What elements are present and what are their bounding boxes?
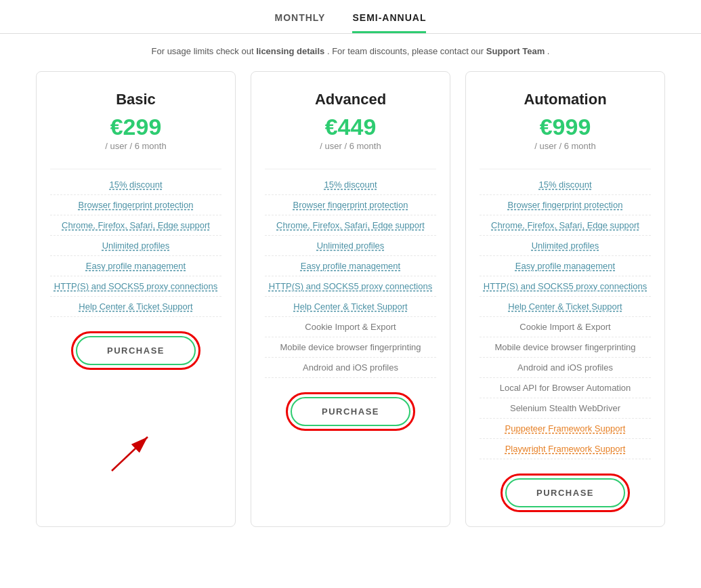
feature-item: Mobile device browser fingerprinting (480, 337, 651, 358)
purchase-button-automation[interactable]: PURCHASE (505, 478, 625, 507)
feature-item: Chrome, Firefox, Safari, Edge support (480, 215, 651, 236)
feature-list-basic: 15% discountBrowser fingerprint protecti… (50, 175, 221, 317)
plan-price-automation: €999 (540, 115, 591, 138)
feature-item: Playwright Framework Support (480, 439, 651, 459)
purchase-wrapper-advanced: PURCHASE (291, 397, 410, 426)
feature-item: Unlimited profiles (50, 236, 221, 256)
plans-container: Basic€299/ user / 6 month15% discountBro… (0, 71, 701, 554)
tab-semi-annual[interactable]: SEMI-ANNUAL (352, 12, 426, 33)
plan-period-advanced: / user / 6 month (320, 141, 381, 151)
feature-list-advanced: 15% discountBrowser fingerprint protecti… (265, 175, 436, 378)
purchase-wrapper-automation: PURCHASE (505, 478, 625, 507)
feature-item: 15% discount (480, 175, 651, 195)
info-text: For usage limits check out (152, 46, 257, 56)
plan-card-advanced: Advanced€449/ user / 6 month15% discount… (251, 71, 450, 527)
feature-item: HTTP(S) and SOCKS5 proxy connections (480, 276, 651, 297)
plan-period-basic: / user / 6 month (105, 141, 166, 151)
info-end: . (547, 46, 550, 56)
plan-card-basic: Basic€299/ user / 6 month15% discountBro… (36, 71, 236, 527)
info-middle: . For team discounts, please contact our (327, 46, 486, 56)
feature-item: 15% discount (265, 175, 436, 195)
feature-item: Browser fingerprint protection (480, 195, 651, 215)
plan-divider-automation (480, 169, 651, 169)
feature-item: HTTP(S) and SOCKS5 proxy connections (50, 276, 221, 297)
feature-item: Puppeteer Framework Support (480, 419, 651, 439)
feature-item: Chrome, Firefox, Safari, Edge support (50, 215, 221, 236)
feature-item: Easy profile management (480, 256, 651, 276)
feature-item: HTTP(S) and SOCKS5 proxy connections (265, 276, 436, 297)
purchase-button-basic[interactable]: PURCHASE (76, 336, 196, 365)
plan-name-basic: Basic (116, 91, 156, 108)
plan-price-basic: €299 (110, 115, 162, 138)
tab-monthly[interactable]: MONTHLY (275, 12, 326, 33)
plan-price-advanced: €449 (325, 115, 377, 138)
purchase-button-advanced[interactable]: PURCHASE (291, 397, 410, 426)
feature-list-automation: 15% discountBrowser fingerprint protecti… (480, 175, 651, 459)
feature-item: Mobile device browser fingerprinting (265, 337, 436, 358)
support-link[interactable]: Support Team (486, 46, 545, 56)
plan-divider-advanced (265, 169, 436, 169)
feature-item: Local API for Browser Automation (480, 378, 651, 398)
feature-item: Cookie Import & Export (265, 317, 436, 337)
licensing-link[interactable]: licensing details (256, 46, 324, 56)
billing-tabs: MONTHLY SEMI-ANNUAL (0, 0, 701, 34)
plan-name-advanced: Advanced (315, 91, 386, 108)
feature-item: Browser fingerprint protection (50, 195, 221, 215)
feature-item: Easy profile management (265, 256, 436, 276)
feature-item: Help Center & Ticket Support (480, 297, 651, 317)
plan-period-automation: / user / 6 month (534, 141, 595, 151)
feature-item: Browser fingerprint protection (265, 195, 436, 215)
feature-item: Selenium Stealth WebDriver (480, 398, 651, 419)
feature-item: Unlimited profiles (265, 236, 436, 256)
feature-item: Unlimited profiles (480, 236, 651, 256)
feature-item: Cookie Import & Export (480, 317, 651, 337)
plan-name-automation: Automation (524, 91, 606, 108)
feature-item: Android and iOS profiles (265, 358, 436, 378)
feature-item: Android and iOS profiles (480, 358, 651, 378)
info-bar: For usage limits check out licensing det… (0, 46, 701, 56)
feature-item: Easy profile management (50, 256, 221, 276)
purchase-wrapper-basic: PURCHASE (76, 336, 196, 365)
feature-item: Chrome, Firefox, Safari, Edge support (265, 215, 436, 236)
plan-card-automation: Automation€999/ user / 6 month15% discou… (465, 71, 665, 527)
feature-item: 15% discount (50, 175, 221, 195)
feature-item: Help Center & Ticket Support (265, 297, 436, 317)
plans-wrapper: Basic€299/ user / 6 month15% discountBro… (0, 71, 701, 554)
feature-item: Help Center & Ticket Support (50, 297, 221, 317)
plan-divider-basic (50, 169, 221, 169)
